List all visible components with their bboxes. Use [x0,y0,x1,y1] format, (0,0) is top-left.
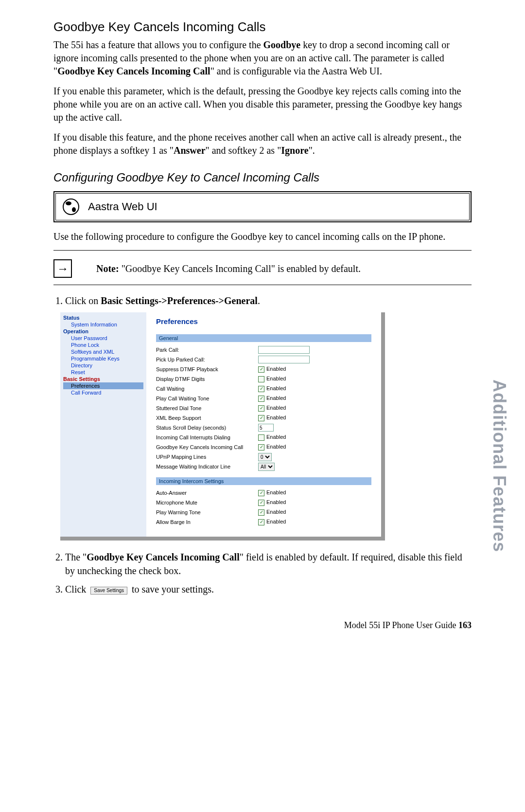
divider [53,285,472,285]
goodbye-cancel-checkbox[interactable]: ✓ [258,444,264,451]
scroll-delay-label: Status Scroll Delay (seconds) [156,425,258,431]
mic-mute-checkbox[interactable]: ✓ [258,500,264,506]
nav-system-information[interactable]: System Information [63,321,143,328]
enabled-text: Enabled [266,519,286,524]
mwi-line-select[interactable]: All [258,463,275,471]
note-block: → Note: "Goodbye Key Cancels Incoming Ca… [53,259,472,278]
auto-answer-label: Auto-Answer [156,490,258,496]
param-name: Goodbye Key Cancels Incoming Call [57,66,210,76]
text: Click [65,584,88,595]
text: . [258,295,260,306]
enabled-text: Enabled [266,444,286,450]
call-waiting-checkbox[interactable]: ✓ [258,386,264,392]
aastra-web-ui-box: Aastra Web UI [53,191,472,222]
enabled-text: Enabled [266,395,286,401]
enabled-text: Enabled [266,489,286,495]
intercom-section-header: Incoming Intercom Settings [156,477,371,485]
nav-programmable-keys[interactable]: Programmable Keys [63,355,143,362]
nav-path: Basic Settings->Preferences->General [101,295,258,306]
nav-user-password[interactable]: User Password [63,335,143,342]
pickup-parked-label: Pick Up Parked Call: [156,357,258,362]
park-call-input[interactable] [258,346,310,354]
nav-softkeys-xml[interactable]: Softkeys and XML [63,348,143,355]
page-number: 163 [458,620,472,630]
subsection-heading: Configuring Goodbye Key to Cancel Incomi… [53,171,472,184]
preferences-title: Preferences [156,317,371,325]
enabled-text: Enabled [266,499,286,505]
note-label: Note: [96,263,119,274]
goodbye-cancel-label: Goodbye Key Cancels Incoming Call [156,444,258,450]
intro-paragraph-1: The 55i has a feature that allows you to… [53,38,472,78]
save-settings-button[interactable]: Save Settings [90,587,127,595]
divider [53,250,472,251]
note-body: "Goodbye Key Cancels Incoming Call" is e… [119,263,361,274]
upnp-label: UPnP Mapping Lines [156,454,258,460]
ignore-term: Ignore [281,145,308,156]
intro-paragraph-2: If you enable this parameter, which is t… [53,85,472,124]
cw-tone-checkbox[interactable]: ✓ [258,396,264,402]
upnp-select[interactable]: 0 [258,453,272,461]
nav-status[interactable]: Status [63,314,143,321]
suppress-dtmf-label: Suppress DTMF Playback [156,366,258,372]
suppress-dtmf-checkbox[interactable]: ✓ [258,366,264,373]
answer-term: Answer [174,145,206,156]
display-dtmf-label: Display DTMF Digits [156,376,258,382]
mic-mute-label: Microphone Mute [156,500,258,505]
warning-tone-checkbox[interactable]: ✓ [258,509,264,516]
aastra-web-ui-label: Aastra Web UI [88,200,158,213]
step-3: Click Save Settings to save your setting… [65,582,472,596]
page-footer: Model 55i IP Phone User Guide 163 [53,620,472,631]
nav-call-forward[interactable]: Call Forward [63,389,143,396]
globe-icon [63,198,79,215]
enabled-text: Enabled [266,509,286,515]
footer-title: Model 55i IP Phone User Guide [344,620,458,630]
side-tab-additional-features: Additional Features [489,379,509,552]
text: The 55i has a feature that allows you to… [53,39,263,50]
auto-answer-checkbox[interactable]: ✓ [258,490,264,496]
nav-directory[interactable]: Directory [63,362,143,369]
nav-operation[interactable]: Operation [63,328,143,335]
stuttered-dial-label: Stuttered Dial Tone [156,405,258,411]
nav-basic-settings[interactable]: Basic Settings [63,376,143,382]
mwi-line-label: Message Waiting Indicator Line [156,464,258,469]
text: to save your settings. [129,584,214,595]
enabled-text: Enabled [266,385,286,391]
preferences-screenshot: Status System Information Operation User… [60,312,385,541]
goodbye-key-term: Goodbye [263,39,301,50]
barge-in-label: Allow Barge In [156,519,258,525]
text: Click on [65,295,101,306]
enabled-text: Enabled [266,415,286,420]
xml-beep-checkbox[interactable]: ✓ [258,415,264,421]
display-dtmf-checkbox[interactable] [258,376,264,382]
scroll-delay-input[interactable] [258,424,274,432]
interrupt-dialing-checkbox[interactable] [258,434,264,441]
enabled-text: Enabled [266,376,286,381]
text: The " [65,552,87,562]
text: " and is configurable via the Aastra Web… [210,66,382,76]
field-name: Goodbye Key Cancels Incoming Call [87,552,239,562]
nav-reset[interactable]: Reset [63,369,143,376]
barge-in-checkbox[interactable]: ✓ [258,519,264,525]
nav-phone-lock[interactable]: Phone Lock [63,342,143,348]
note-text: Note: "Goodbye Key Cancels Incoming Call… [96,263,361,274]
cw-tone-label: Play Call Waiting Tone [156,396,258,401]
preferences-panel: Preferences General Park Call: Pick Up P… [146,312,381,537]
text: ". [309,145,315,156]
interrupt-dialing-label: Incoming Call Interrupts Dialing [156,434,258,440]
nav-preferences[interactable]: Preferences [63,382,143,389]
enabled-text: Enabled [266,405,286,411]
call-waiting-label: Call Waiting [156,386,258,392]
left-nav: Status System Information Operation User… [60,312,146,537]
pickup-parked-input[interactable] [258,356,310,363]
enabled-text: Enabled [266,434,286,440]
xml-beep-label: XML Beep Support [156,415,258,421]
text: " and softkey 2 as " [206,145,281,156]
intro-paragraph-3: If you disable this feature, and the pho… [53,131,472,157]
stuttered-dial-checkbox[interactable]: ✓ [258,405,264,412]
step-1: Click on Basic Settings->Preferences->Ge… [65,294,472,307]
procedure-intro: Use the following procedure to configure… [53,230,472,243]
warning-tone-label: Play Warning Tone [156,509,258,515]
general-section-header: General [156,334,371,342]
enabled-text: Enabled [266,366,286,372]
arrow-right-icon: → [53,259,72,278]
